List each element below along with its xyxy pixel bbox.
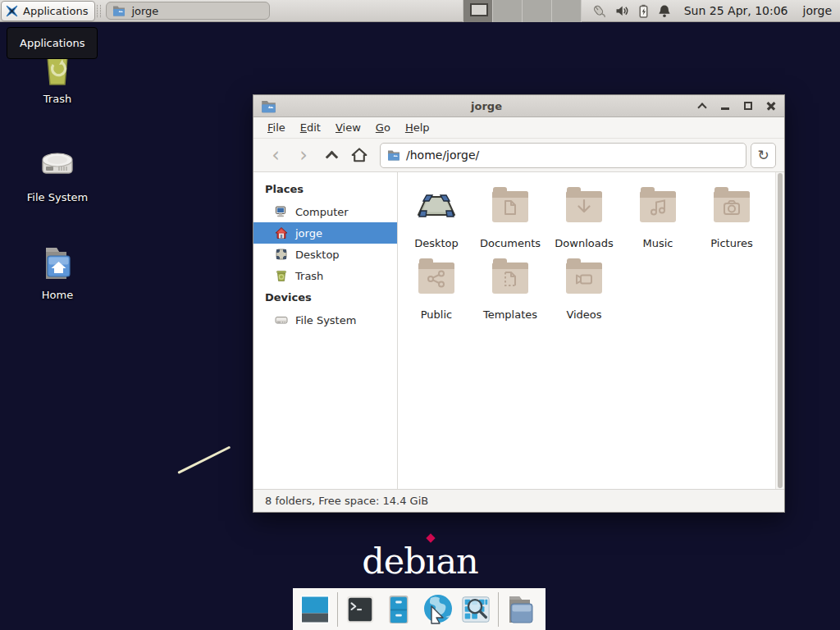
desktop-icon-file-system[interactable]: File System bbox=[18, 146, 97, 203]
menubar: File Edit View Go Help bbox=[253, 117, 784, 139]
debian-logo-text: deb bbox=[362, 541, 426, 582]
dock-web-browser-button[interactable] bbox=[421, 592, 454, 627]
desktop-icon bbox=[275, 248, 288, 261]
dock-terminal-button[interactable] bbox=[344, 592, 377, 627]
folder-label: Pictures bbox=[710, 237, 752, 249]
battery-tray-icon[interactable] bbox=[638, 4, 649, 18]
panel-user-menu[interactable]: jorge bbox=[803, 4, 832, 17]
folder-item-music[interactable]: Music bbox=[621, 187, 695, 249]
reload-button[interactable]: ↻ bbox=[751, 143, 776, 168]
back-icon: ‹ bbox=[272, 145, 280, 165]
debian-logo: debıan bbox=[0, 541, 840, 582]
path-bar[interactable]: /home/jorge/ bbox=[380, 143, 746, 168]
dock-separator bbox=[498, 592, 499, 627]
home-button[interactable] bbox=[345, 143, 373, 167]
applications-menu-button[interactable]: Applications bbox=[1, 1, 95, 21]
arrow-up-icon bbox=[325, 151, 338, 164]
debian-logo-text: an bbox=[436, 541, 477, 582]
hard-drive-icon bbox=[38, 146, 77, 185]
mouse-tray-icon[interactable] bbox=[591, 4, 606, 18]
home-icon bbox=[351, 147, 368, 163]
sidebar-item-computer[interactable]: Computer bbox=[253, 201, 397, 222]
sidebar-item-file-system[interactable]: File System bbox=[253, 309, 397, 331]
path-text: /home/jorge/ bbox=[406, 148, 479, 162]
window-title: jorge bbox=[276, 100, 696, 112]
desktop-root: Trash File System Home debıan bbox=[0, 0, 840, 630]
file-cabinet-icon bbox=[383, 594, 414, 625]
desktop-icon-home[interactable]: Home bbox=[18, 244, 97, 301]
sidebar-item-label: File System bbox=[295, 314, 356, 326]
workspace-3[interactable] bbox=[523, 0, 552, 22]
sidebar-item-desktop[interactable]: Desktop bbox=[253, 244, 397, 265]
menu-help[interactable]: Help bbox=[398, 118, 437, 137]
vertical-scrollbar[interactable] bbox=[775, 172, 784, 489]
dock bbox=[293, 588, 546, 630]
panel-clock[interactable]: Sun 25 Apr, 10:06 bbox=[684, 4, 788, 17]
dock-separator bbox=[337, 592, 338, 627]
notifications-tray-icon[interactable] bbox=[658, 4, 671, 18]
maximize-button[interactable] bbox=[742, 100, 754, 112]
panel-grip[interactable] bbox=[97, 5, 101, 17]
folder-label: Templates bbox=[483, 308, 537, 321]
workspace-4[interactable] bbox=[552, 0, 582, 22]
volume-tray-icon[interactable] bbox=[615, 5, 629, 17]
home-folder-icon bbox=[38, 244, 77, 283]
download-arrow-icon bbox=[564, 187, 604, 226]
up-button[interactable] bbox=[317, 143, 345, 167]
video-camera-icon bbox=[564, 258, 604, 298]
folder-item-public[interactable]: Public bbox=[399, 258, 473, 321]
dock-show-desktop-button[interactable] bbox=[299, 592, 331, 627]
toolbar: ‹ › /home/jorge/ ↻ bbox=[253, 139, 784, 172]
sidebar-item-label: Trash bbox=[295, 270, 323, 282]
terminal-icon bbox=[345, 594, 376, 625]
web-browser-icon bbox=[421, 593, 454, 626]
workspace-switcher bbox=[463, 0, 582, 22]
dock-directory-button[interactable] bbox=[504, 592, 537, 627]
file-manager-window: jorge File Edit View Go Help ‹ › bbox=[253, 94, 785, 513]
close-button[interactable] bbox=[765, 100, 777, 112]
debian-logo-dotless-i: ı bbox=[426, 541, 436, 582]
share-icon bbox=[417, 258, 456, 298]
sidebar-item-label: Desktop bbox=[295, 249, 340, 261]
folder-item-pictures[interactable]: Pictures bbox=[695, 187, 769, 249]
menu-view[interactable]: View bbox=[328, 118, 368, 137]
sidebar-item-jorge[interactable]: jorge bbox=[253, 222, 397, 244]
template-document-icon bbox=[491, 258, 530, 298]
taskbar-window-button[interactable]: jorge bbox=[106, 2, 270, 20]
folder-item-videos[interactable]: Videos bbox=[547, 258, 621, 321]
menu-edit[interactable]: Edit bbox=[293, 118, 328, 137]
trash-icon bbox=[275, 269, 288, 282]
dock-app-finder-button[interactable] bbox=[459, 592, 492, 627]
desktop-icon-label: File System bbox=[18, 191, 97, 203]
applications-menu-label: Applications bbox=[23, 5, 88, 17]
house-icon bbox=[275, 226, 288, 240]
menu-file[interactable]: File bbox=[260, 118, 293, 137]
chevron-up-icon bbox=[697, 103, 706, 112]
folder-label: Music bbox=[643, 237, 673, 249]
sidebar-item-trash[interactable]: Trash bbox=[253, 265, 397, 286]
folder-item-documents[interactable]: Documents bbox=[473, 187, 547, 249]
folder-view[interactable]: Desktop Documents bbox=[398, 172, 784, 489]
folder-item-downloads[interactable]: Downloads bbox=[547, 187, 621, 249]
dock-file-manager-button[interactable] bbox=[382, 592, 415, 627]
workspace-2[interactable] bbox=[493, 0, 523, 22]
folder-item-desktop[interactable]: Desktop bbox=[399, 187, 473, 249]
forward-button[interactable]: › bbox=[290, 143, 317, 167]
minimize-button[interactable] bbox=[719, 100, 731, 112]
desktop-icon-label: Trash bbox=[18, 93, 97, 105]
folder-label: Downloads bbox=[555, 237, 613, 249]
document-glyph-icon bbox=[491, 187, 530, 226]
shade-button[interactable] bbox=[696, 100, 708, 112]
sidebar-header-places: Places bbox=[253, 178, 397, 201]
menu-go[interactable]: Go bbox=[368, 118, 398, 137]
scrollbar-thumb[interactable] bbox=[778, 173, 783, 488]
camera-icon bbox=[712, 187, 751, 226]
folder-item-templates[interactable]: Templates bbox=[473, 258, 547, 321]
back-button[interactable]: ‹ bbox=[262, 143, 290, 167]
minimize-icon bbox=[721, 107, 729, 110]
window-folder-icon bbox=[261, 98, 276, 114]
workspace-1[interactable] bbox=[463, 0, 493, 22]
wallpaper-stroke bbox=[177, 445, 231, 473]
folder-label: Videos bbox=[566, 308, 601, 321]
titlebar[interactable]: jorge bbox=[253, 95, 784, 117]
